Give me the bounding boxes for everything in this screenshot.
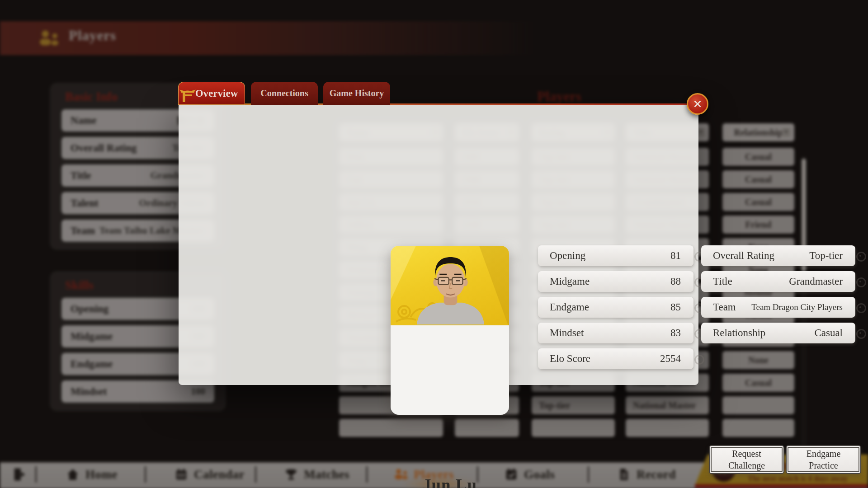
stat-row-value: 2554 (660, 353, 681, 365)
stat-row-label: Elo Score (550, 353, 590, 365)
attribute-row-value: Casual (814, 327, 843, 339)
attribute-row: TitleGrandmaster (701, 271, 855, 292)
attribute-row-label: Title (713, 276, 732, 287)
cloud-swirl-ornament (856, 329, 866, 339)
player-photo-figure (404, 252, 497, 325)
stat-row-label: Endgame (550, 301, 589, 313)
tab-label: Connections (260, 88, 308, 99)
cloud-swirl-ornament (856, 252, 866, 262)
cloud-swirl-ornament (694, 355, 704, 365)
stat-row-value: 85 (670, 301, 681, 313)
player-portrait (391, 246, 509, 325)
attribute-row-value: Top-tier (809, 250, 843, 262)
attribute-row: TeamTeam Dragon City Players (701, 297, 855, 318)
tab-game-history[interactable]: Game History (323, 82, 390, 105)
stat-row: Mindset83 (538, 323, 693, 343)
player-detail-modal: Jun Lu Youngest grandmaster The Little G… (179, 105, 698, 385)
stat-row-label: Opening (550, 250, 585, 262)
stat-row: Opening81 (538, 245, 693, 266)
attribute-row-label: Relationship (713, 327, 765, 339)
cloud-swirl-ornament (856, 277, 866, 287)
attribute-row-value: Team Dragon City Players (751, 302, 843, 312)
stat-row: Elo Score2554 (538, 348, 693, 369)
endgame-practice-button[interactable]: Endgame Practice (786, 445, 861, 474)
player-modal-layer: OverviewConnectionsGame History (0, 0, 868, 488)
attribute-row-value: Grandmaster (789, 276, 843, 287)
attribute-row: Overall RatingTop-tier (701, 245, 855, 266)
stat-row-label: Midgame (550, 276, 590, 287)
close-icon: ✕ (693, 99, 703, 110)
player-card: Jun Lu Youngest grandmaster The Little G… (391, 246, 509, 415)
player-stats: Opening81Midgame88Endgame85Mindset83Elo … (538, 245, 693, 369)
stat-row-value: 81 (670, 250, 681, 262)
stat-row: Midgame88 (538, 271, 693, 292)
attribute-row: RelationshipCasual (701, 323, 855, 343)
request-challenge-button[interactable]: Request Challenge (709, 445, 784, 474)
close-button[interactable]: ✕ (687, 93, 708, 115)
stat-row-value: 83 (670, 327, 681, 339)
attribute-row-label: Overall Rating (713, 250, 774, 262)
tab-label: Game History (330, 88, 384, 99)
stat-row: Endgame85 (538, 297, 693, 318)
attribute-row-label: Team (713, 301, 736, 313)
stat-row-value: 88 (670, 276, 681, 287)
player-attributes: Overall RatingTop-tierTitleGrandmasterTe… (701, 245, 855, 343)
tab-connections[interactable]: Connections (251, 82, 318, 105)
app-root: Players Basic Info Name魏文杰Overall Rating… (0, 0, 868, 488)
tab-label: Overview (195, 88, 238, 99)
gate-icon (179, 88, 196, 103)
tab-overview[interactable]: Overview (178, 82, 245, 105)
stat-row-label: Mindset (550, 327, 584, 339)
cloud-swirl-ornament (856, 303, 866, 313)
player-name: Jun Lu (391, 475, 509, 488)
